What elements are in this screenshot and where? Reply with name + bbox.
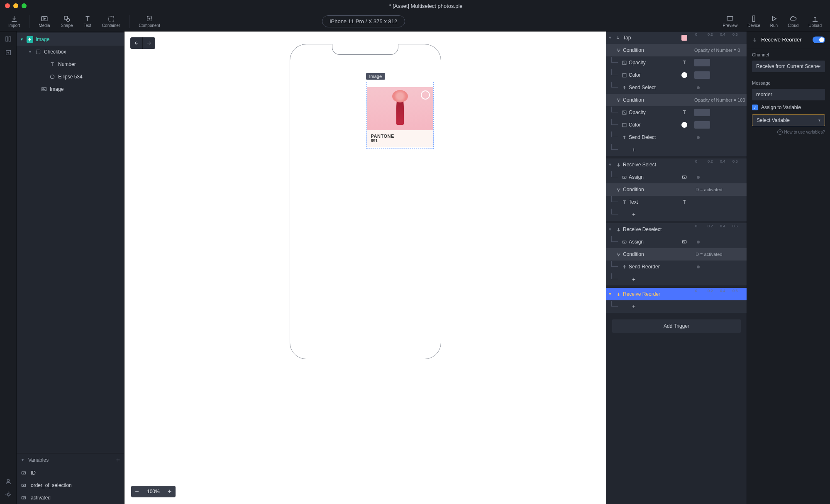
variable-activated[interactable]: activated	[17, 492, 124, 504]
upload-button[interactable]: Upload	[803, 13, 827, 29]
condition-text: ID = activated	[694, 187, 723, 192]
add-variable-button[interactable]: +	[116, 456, 120, 464]
caret-icon[interactable]: ▼	[20, 37, 24, 41]
gear-icon[interactable]	[5, 491, 12, 499]
trigger-receive-deselect-header[interactable]: ▼Receive Deselect 00.20.40.6	[606, 223, 747, 236]
add-action-button[interactable]: +	[606, 144, 747, 156]
variable-order[interactable]: order_of_selection	[17, 479, 124, 492]
component-button[interactable]: Component	[134, 13, 165, 29]
trigger-send-delect[interactable]: Send Delect	[606, 131, 747, 144]
keyframe-dot[interactable]	[697, 265, 700, 268]
minimize-window-button[interactable]	[13, 3, 18, 8]
caret-icon[interactable]: ▼	[606, 227, 614, 231]
trigger-condition-4[interactable]: Condition ID = activated	[606, 248, 747, 261]
trigger-receive-select-header[interactable]: ▼Receive Select 00.20.40.6	[606, 158, 747, 171]
trigger-color[interactable]: Color	[606, 69, 747, 81]
value-field[interactable]	[694, 109, 710, 116]
trigger-opacity-2[interactable]: Opacity	[606, 106, 747, 119]
add-trigger-button[interactable]: Add Trigger	[612, 319, 741, 333]
device-selector[interactable]: iPhone 11 Pro / X 375 x 812	[322, 15, 405, 27]
trigger-condition-2[interactable]: Condition Opacity of Number = 100	[606, 94, 747, 106]
close-window-button[interactable]	[5, 3, 10, 8]
add-scene-icon[interactable]	[5, 49, 12, 57]
add-action-button[interactable]: +	[606, 300, 747, 313]
trigger-send-reorder[interactable]: Send Reorder	[606, 261, 747, 273]
caret-icon[interactable]: ▼	[606, 292, 614, 296]
keyframe-dot[interactable]	[697, 136, 700, 139]
value-field[interactable]	[694, 59, 710, 66]
trigger-condition-3[interactable]: Condition ID = activated	[606, 183, 747, 196]
svg-rect-22	[622, 123, 626, 127]
trigger-assign-2[interactable]: Assign	[606, 236, 747, 248]
trigger-color-2[interactable]: Color	[606, 119, 747, 131]
branch-icon	[614, 252, 623, 257]
zoom-out-button[interactable]: −	[131, 486, 143, 497]
triggers-panel: ▼ Tap 00.20.40.6 Condition Opacity of Nu…	[606, 32, 747, 504]
enable-toggle[interactable]	[813, 37, 825, 43]
send-icon	[620, 264, 629, 270]
user-icon[interactable]	[5, 478, 12, 486]
message-input[interactable]	[752, 89, 825, 100]
variable-label: activated	[31, 495, 51, 501]
maximize-window-button[interactable]	[22, 3, 27, 8]
text-button[interactable]: Text	[79, 13, 96, 29]
add-action-button[interactable]: +	[606, 273, 747, 285]
canvas-area[interactable]: Image PANTONE 691 − 100%	[124, 32, 606, 504]
value-field[interactable]	[694, 121, 710, 129]
device-button[interactable]: Device	[742, 13, 765, 29]
condition-text: ID = activated	[694, 252, 723, 257]
channel-select[interactable]: Receive from Current Scene	[752, 61, 825, 72]
layer-checkbox[interactable]: ▼ Checkbox	[17, 46, 124, 58]
selection-box[interactable]: Image PANTONE 691	[366, 82, 434, 149]
panels-icon[interactable]	[5, 36, 12, 44]
trigger-receive-reorder-header[interactable]: ▼Receive Reorder 00.20.40.6	[606, 288, 747, 300]
caret-icon[interactable]: ▼	[606, 36, 614, 40]
trigger-assign[interactable]: Assign	[606, 171, 747, 183]
trigger-tap-header[interactable]: ▼ Tap 00.20.40.6	[606, 32, 747, 44]
import-button[interactable]: Import	[3, 13, 25, 29]
assign-variable-checkbox[interactable]: ✓ Assign to Variable	[752, 105, 825, 110]
variable-icon	[21, 470, 27, 476]
svg-point-2	[66, 18, 70, 22]
back-button[interactable]	[130, 37, 143, 49]
zoom-in-button[interactable]: +	[164, 486, 176, 497]
variables-header[interactable]: ▼ Variables +	[17, 453, 124, 467]
timeline-ruler: 00.20.40.6	[693, 288, 747, 300]
run-button[interactable]: Run	[765, 13, 783, 29]
help-link[interactable]: How to use variables?	[752, 129, 825, 135]
trigger-send-select[interactable]: Send Select	[606, 81, 747, 94]
image-icon	[41, 86, 47, 93]
trigger-text[interactable]: Text	[606, 196, 747, 208]
layer-ellipse[interactable]: Ellipse 534	[17, 71, 124, 83]
keyframe-dot[interactable]	[697, 176, 700, 179]
container-button[interactable]: Container	[97, 13, 125, 29]
forward-button[interactable]	[143, 37, 155, 49]
caret-icon[interactable]: ▼	[28, 50, 32, 54]
trigger-condition[interactable]: Condition Opacity of Number = 0	[606, 44, 747, 56]
layer-image-2[interactable]: Image	[17, 83, 124, 95]
pantone-name: PANTONE	[371, 134, 429, 139]
color-swatch[interactable]	[681, 122, 687, 128]
trigger-opacity[interactable]: Opacity	[606, 56, 747, 69]
variable-select[interactable]: Select Variable	[752, 114, 825, 126]
variable-id[interactable]: ID	[17, 467, 124, 479]
layer-number[interactable]: Number	[17, 58, 124, 71]
add-action-button[interactable]: +	[606, 208, 747, 221]
value-field[interactable]	[694, 71, 710, 79]
checkbox-icon: ✓	[752, 105, 758, 110]
opacity-icon	[620, 60, 629, 66]
keyframe-dot[interactable]	[697, 86, 700, 89]
keyframe-dot[interactable]	[697, 241, 700, 243]
text-icon	[49, 61, 56, 68]
shape-button[interactable]: Shape	[56, 13, 78, 29]
caret-icon[interactable]: ▼	[21, 458, 25, 462]
cloud-button[interactable]: Cloud	[783, 13, 803, 29]
selection-label: Image	[366, 73, 386, 80]
caret-icon[interactable]: ▼	[606, 163, 614, 167]
preview-button[interactable]: Preview	[718, 13, 743, 29]
color-swatch[interactable]	[681, 72, 687, 78]
media-button[interactable]: Media	[34, 13, 55, 29]
layer-image[interactable]: ▼ Image	[17, 33, 124, 46]
message-label: Message	[752, 80, 825, 85]
layer-label: Checkbox	[44, 49, 66, 55]
